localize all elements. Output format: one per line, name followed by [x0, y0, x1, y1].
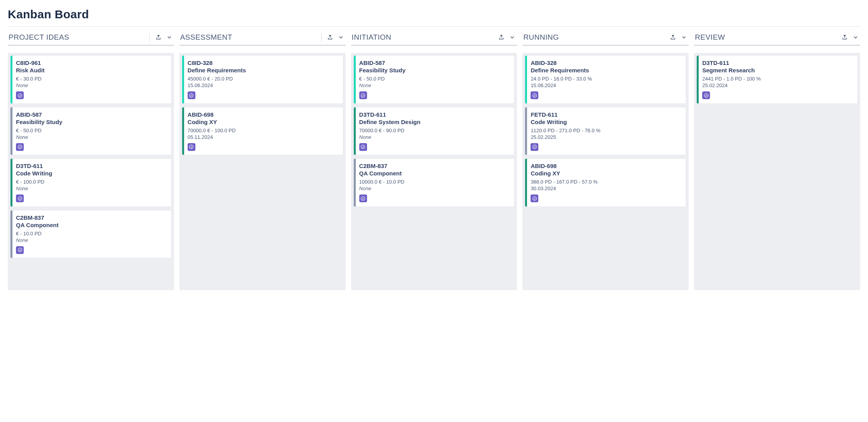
- card-metric-line: 70000.0 € - 90.0 PD: [359, 128, 510, 133]
- card-id: ABID-698: [531, 163, 681, 169]
- card-date-line: 30.03.2024: [531, 186, 681, 191]
- column: REVIEWD3TD-611Segment Research2441 PD - …: [694, 32, 860, 290]
- card-badge-row: [531, 194, 681, 203]
- kanban-card[interactable]: D3TD-611Code Writing€ - 100.0 PDNone: [10, 158, 172, 207]
- column-body: D3TD-611Segment Research2441 PD - 1.0 PD…: [694, 53, 860, 290]
- card-title: Coding XY: [531, 170, 681, 177]
- column-title: INITIATION: [352, 33, 392, 42]
- column-title: RUNNING: [523, 33, 559, 42]
- column-title: ASSESSMENT: [180, 33, 232, 42]
- chevron-down-icon[interactable]: [337, 33, 345, 41]
- column: RUNNINGABID-328Define Requirements24.0 P…: [522, 32, 689, 290]
- kanban-card[interactable]: ABID-587Feasibility Study€ - 50.0 PDNone: [10, 107, 172, 156]
- column-actions: [321, 33, 345, 42]
- kanban-card[interactable]: C8ID-328Define Requirements45000.0 € - 2…: [182, 55, 343, 104]
- vertical-divider: [321, 33, 322, 42]
- card-title: Define System Design: [359, 119, 510, 125]
- column-body: ABID-328Define Requirements24.0 PD - 16.…: [522, 53, 689, 290]
- kanban-card[interactable]: C2BM-837QA Component10000.0 € - 10.0 PDN…: [353, 158, 515, 207]
- check-badge-icon: [188, 143, 195, 151]
- check-badge-icon: [531, 194, 538, 202]
- card-none-label: None: [16, 134, 167, 140]
- kanban-card[interactable]: ABID-698Coding XY388.0 PD - 167.0 PD - 5…: [525, 158, 686, 207]
- card-id: ABID-587: [359, 60, 510, 66]
- card-badge-row: [16, 194, 167, 203]
- card-metric-line: € - 50.0 PD: [359, 76, 510, 82]
- check-badge-icon: [359, 194, 367, 202]
- card-title: Code Writing: [16, 170, 167, 177]
- card-badge-row: [531, 91, 681, 100]
- kanban-card[interactable]: ABID-328Define Requirements24.0 PD - 16.…: [525, 55, 686, 104]
- check-badge-icon: [359, 91, 367, 99]
- kanban-card[interactable]: C2BM-837QA Component€ - 10.0 PDNone: [10, 210, 172, 259]
- svg-point-11: [533, 196, 537, 200]
- title-divider: [8, 26, 860, 27]
- check-badge-icon: [531, 91, 538, 99]
- column-header: REVIEW: [694, 32, 860, 46]
- export-icon[interactable]: [497, 33, 505, 41]
- card-title: Segment Research: [702, 67, 853, 74]
- card-title: QA Component: [359, 170, 510, 177]
- card-badge-row: [188, 143, 338, 151]
- card-title: QA Component: [16, 222, 167, 228]
- export-icon[interactable]: [841, 33, 849, 41]
- card-id: ABID-698: [188, 111, 338, 118]
- check-badge-icon: [702, 91, 710, 99]
- card-metric-line: € - 10.0 PD: [16, 231, 167, 236]
- card-date-line: 05.11.2024: [188, 134, 338, 140]
- card-title: Define Requirements: [531, 67, 681, 74]
- card-badge-row: [16, 246, 167, 254]
- kanban-card[interactable]: D3TD-611Define System Design70000.0 € - …: [353, 107, 515, 156]
- column-body: C8ID-961Risk Audit€ - 30.0 PDNoneABID-58…: [8, 53, 174, 290]
- check-badge-icon: [16, 91, 24, 99]
- card-id: C2BM-837: [359, 163, 510, 169]
- card-badge-row: [16, 143, 167, 151]
- card-id: FETD-611: [531, 111, 681, 118]
- kanban-card[interactable]: C8ID-961Risk Audit€ - 30.0 PDNone: [10, 55, 172, 104]
- card-none-label: None: [359, 134, 510, 140]
- kanban-card[interactable]: ABID-698Coding XY70000.0 € - 100.0 PD05.…: [182, 107, 343, 156]
- kanban-card[interactable]: ABID-587Feasibility Study€ - 50.0 PDNone: [353, 55, 515, 104]
- card-metric-line: 2441 PD - 1.0 PD - 100 %: [702, 76, 853, 82]
- card-metric-line: € - 100.0 PD: [16, 179, 167, 185]
- svg-point-7: [361, 145, 365, 149]
- card-none-label: None: [359, 186, 510, 191]
- svg-point-4: [190, 93, 193, 97]
- svg-point-8: [361, 196, 365, 200]
- check-badge-icon: [16, 143, 24, 151]
- kanban-board: PROJECT IDEASC8ID-961Risk Audit€ - 30.0 …: [8, 32, 860, 290]
- card-date-line: 15.06.2024: [188, 82, 338, 88]
- vertical-divider: [149, 33, 150, 42]
- svg-point-9: [533, 93, 537, 97]
- card-metric-line: 388.0 PD - 167.0 PD - 57.0 %: [531, 179, 681, 185]
- card-badge-row: [702, 91, 853, 100]
- column-actions: [497, 33, 516, 41]
- export-icon[interactable]: [155, 33, 162, 41]
- card-title: Risk Audit: [16, 67, 167, 74]
- card-id: D3TD-611: [359, 111, 510, 118]
- svg-point-6: [361, 93, 365, 97]
- card-id: C2BM-837: [16, 214, 167, 221]
- card-metric-line: € - 30.0 PD: [16, 76, 167, 82]
- export-icon[interactable]: [669, 33, 677, 41]
- svg-point-1: [18, 145, 22, 149]
- chevron-down-icon[interactable]: [508, 33, 516, 41]
- column-body: ABID-587Feasibility Study€ - 50.0 PDNone…: [351, 53, 517, 290]
- chevron-down-icon[interactable]: [680, 33, 688, 41]
- column-header: RUNNING: [522, 32, 689, 46]
- chevron-down-icon[interactable]: [852, 33, 859, 41]
- column: ASSESSMENTC8ID-328Define Requirements450…: [179, 32, 346, 290]
- chevron-down-icon[interactable]: [165, 33, 173, 41]
- kanban-card[interactable]: D3TD-611Segment Research2441 PD - 1.0 PD…: [696, 55, 858, 104]
- kanban-card[interactable]: FETD-611Code Writing1120.0 PD - 271.0 PD…: [525, 107, 686, 156]
- card-metric-line: 45000.0 € - 20.0 PD: [188, 76, 338, 82]
- card-id: ABID-328: [531, 60, 681, 66]
- card-none-label: None: [16, 82, 167, 88]
- card-id: C8ID-328: [188, 60, 338, 66]
- card-id: D3TD-611: [16, 163, 167, 169]
- card-none-label: None: [16, 186, 167, 191]
- export-icon[interactable]: [326, 33, 334, 41]
- card-none-label: None: [359, 82, 510, 88]
- card-date-line: 15.06.2024: [531, 82, 681, 88]
- svg-point-3: [18, 248, 22, 252]
